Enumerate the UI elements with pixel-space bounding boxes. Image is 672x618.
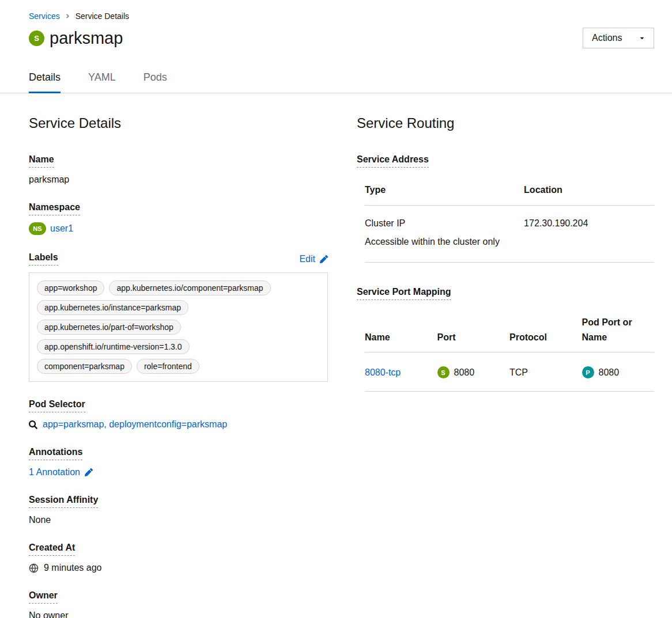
service-address-subsection: Service Address Type Location Cluster IP…: [357, 154, 654, 263]
service-address-title: Service Address: [357, 154, 429, 168]
tab-pods[interactable]: Pods: [144, 66, 167, 93]
annotations-edit-button[interactable]: 1 Annotation: [29, 467, 93, 477]
service-routing-section: Service Routing Service Address Type Loc…: [357, 115, 654, 618]
search-icon: [29, 420, 37, 429]
address-note: Accessible within the cluster only: [365, 234, 503, 249]
tab-details[interactable]: Details: [29, 66, 61, 93]
address-header-location: Location: [524, 183, 654, 205]
field-label-created-at: Created At: [29, 543, 75, 556]
details-content: Service Details Name parksmap Namespace …: [0, 93, 672, 618]
field-label-labels: Labels: [29, 252, 58, 266]
service-details-page: Services Service Details S parksmap Acti…: [0, 0, 672, 618]
field-label-owner: Owner: [29, 590, 58, 604]
protocol-value: TCP: [509, 352, 582, 392]
port-header-protocol: Protocol: [509, 315, 582, 352]
label-chip[interactable]: app.openshift.io/runtime-version=1.3.0: [37, 339, 190, 354]
tab-yaml[interactable]: YAML: [88, 66, 116, 93]
service-address-table: Type Location Cluster IP Accessible with…: [365, 183, 654, 263]
breadcrumb: Services Service Details: [0, 0, 672, 21]
edit-label-text: Edit: [299, 254, 315, 264]
section-title-service-details: Service Details: [29, 115, 328, 131]
address-header-type: Type: [365, 183, 524, 205]
field-label-namespace: Namespace: [29, 202, 80, 215]
field-label-session-affinity: Session Affinity: [29, 495, 98, 508]
label-chip[interactable]: app.kubernetes.io/part-of=workshop: [37, 320, 181, 335]
caret-down-icon: [639, 35, 645, 41]
field-namespace: Namespace NS user1: [29, 202, 328, 235]
field-label-annotations: Annotations: [29, 447, 82, 460]
label-chip[interactable]: app.kubernetes.io/component=parksmap: [109, 280, 270, 295]
breadcrumb-current: Service Details: [75, 12, 129, 21]
breadcrumb-services-link[interactable]: Services: [29, 12, 60, 21]
actions-label: Actions: [592, 33, 622, 43]
field-owner: Owner No owner: [29, 590, 328, 618]
globe-icon: [29, 563, 39, 573]
field-annotations: Annotations 1 Annotation: [29, 447, 328, 477]
label-chip[interactable]: role=frontend: [137, 359, 199, 374]
pod-selector-link[interactable]: app=parksmap, deploymentconfig=parksmap: [43, 419, 227, 430]
pencil-icon: [320, 255, 328, 263]
port-value: 8080: [454, 367, 475, 378]
address-type: Cluster IP: [365, 218, 519, 229]
address-location: 172.30.190.204: [524, 205, 654, 262]
service-details-section: Service Details Name parksmap Namespace …: [29, 115, 328, 618]
label-chip[interactable]: app=workshop: [37, 280, 104, 295]
port-header-pod-port: Pod Port or Name: [582, 315, 655, 352]
field-name: Name parksmap: [29, 154, 328, 185]
field-labels: Labels Edit app=workshop app.kubernetes.…: [29, 252, 328, 382]
namespace-link[interactable]: user1: [50, 223, 73, 234]
service-resource-badge-icon: S: [29, 31, 44, 46]
page-title: parksmap: [50, 29, 123, 48]
field-value-name: parksmap: [29, 175, 328, 185]
port-mapping-table: Name Port Protocol Pod Port or Name 8080…: [365, 315, 654, 392]
label-chip[interactable]: app.kubernetes.io/instance=parksmap: [37, 300, 188, 315]
field-session-affinity: Session Affinity None: [29, 495, 328, 525]
session-affinity-value: None: [29, 515, 328, 525]
address-table-row: Cluster IP Accessible within the cluster…: [365, 205, 654, 262]
port-name-link[interactable]: 8080-tcp: [365, 367, 401, 377]
chevron-right-icon: [66, 13, 70, 20]
created-at-value: 9 minutes ago: [44, 563, 102, 573]
pod-port-badge-icon: P: [582, 366, 594, 378]
service-port-badge-icon: S: [437, 366, 450, 378]
port-header-port: Port: [437, 315, 510, 352]
port-mapping-subsection: Service Port Mapping Name Port Protocol …: [357, 287, 654, 392]
page-header: S parksmap Actions: [0, 21, 672, 48]
actions-dropdown-button[interactable]: Actions: [583, 28, 654, 48]
pencil-icon: [85, 468, 93, 476]
field-created-at: Created At 9 minutes ago: [29, 543, 328, 573]
namespace-resource-badge-icon: NS: [29, 222, 46, 235]
tab-bar: Details YAML Pods: [0, 66, 672, 93]
field-label-name: Name: [29, 154, 54, 168]
label-chip[interactable]: component=parksmap: [37, 359, 132, 374]
port-mapping-row: 8080-tcp S 8080 TCP P: [365, 352, 654, 392]
port-mapping-title: Service Port Mapping: [357, 287, 451, 300]
field-label-pod-selector: Pod Selector: [29, 399, 85, 412]
owner-value: No owner: [29, 611, 328, 618]
section-title-service-routing: Service Routing: [357, 115, 654, 131]
edit-labels-button[interactable]: Edit: [299, 254, 328, 264]
field-pod-selector: Pod Selector app=parksmap, deploymentcon…: [29, 399, 328, 430]
labels-list: app=workshop app.kubernetes.io/component…: [29, 272, 328, 382]
port-header-name: Name: [365, 315, 437, 352]
pod-port-value: 8080: [599, 367, 620, 378]
annotations-count: 1 Annotation: [29, 467, 80, 477]
